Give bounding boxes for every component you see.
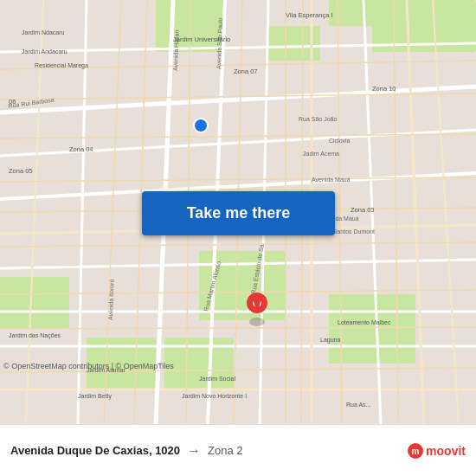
- svg-text:Jardim das Nações: Jardim das Nações: [9, 332, 61, 339]
- svg-text:Avenida Mauá: Avenida Mauá: [312, 177, 351, 183]
- svg-rect-6: [329, 294, 415, 363]
- bottom-bar: Avenida Duque De Caxias, 1020 → Zona 2 m…: [0, 424, 476, 476]
- moovit-logo-icon: m: [408, 443, 423, 459]
- svg-text:m: m: [412, 447, 420, 456]
- svg-text:Jardim Ndacaru: Jardim Ndacaru: [22, 29, 65, 35]
- svg-text:Ciclovia: Ciclovia: [329, 138, 351, 144]
- svg-text:Jardim Social: Jardim Social: [199, 376, 235, 382]
- svg-text:Zona 05: Zona 05: [9, 167, 33, 175]
- arrow-icon: →: [187, 443, 201, 459]
- location-name: Avenida Duque De Caxias, 1020: [10, 444, 180, 457]
- svg-text:Rua As...: Rua As...: [346, 402, 370, 408]
- map-container: Rua Rui Barbosa Rua Saint Hilaire Avenid…: [0, 0, 476, 424]
- svg-text:Jadim Acema: Jadim Acema: [303, 151, 339, 157]
- moovit-logo: m moovit: [408, 443, 466, 459]
- svg-point-79: [249, 318, 265, 326]
- svg-text:Zona 03: Zona 03: [351, 206, 375, 214]
- location-info: Avenida Duque De Caxias, 1020 → Zona 2: [10, 443, 408, 459]
- svg-rect-7: [0, 277, 69, 329]
- svg-text:Laguna: Laguna: [320, 337, 340, 344]
- svg-point-78: [197, 122, 204, 129]
- zone-name: Zona 2: [208, 444, 242, 457]
- svg-text:Vila Esperança I: Vila Esperança I: [286, 11, 332, 19]
- svg-text:Residencial Marega: Residencial Marega: [35, 62, 88, 69]
- svg-text:06: 06: [9, 98, 16, 106]
- moovit-text: moovit: [426, 444, 466, 458]
- svg-text:Zona 04: Zona 04: [69, 145, 93, 153]
- svg-text:Jardim Universitário: Jardim Universitário: [173, 35, 230, 43]
- svg-text:Jardim Andacaru: Jardim Andacaru: [22, 48, 68, 55]
- take-me-there-button[interactable]: Take me there: [142, 191, 335, 235]
- svg-text:Jardim Novo Horizonte I: Jardim Novo Horizonte I: [182, 393, 247, 399]
- svg-text:Zona 07: Zona 07: [234, 68, 258, 75]
- svg-text:Loteamento Malbec: Loteamento Malbec: [338, 319, 391, 325]
- svg-text:Rua São João: Rua São João: [299, 116, 337, 122]
- map-attribution: © OpenStreetMap contributors | © OpenMap…: [3, 362, 174, 370]
- svg-text:Zona 10: Zona 10: [372, 85, 396, 93]
- svg-text:Jardim Betty: Jardim Betty: [78, 393, 112, 400]
